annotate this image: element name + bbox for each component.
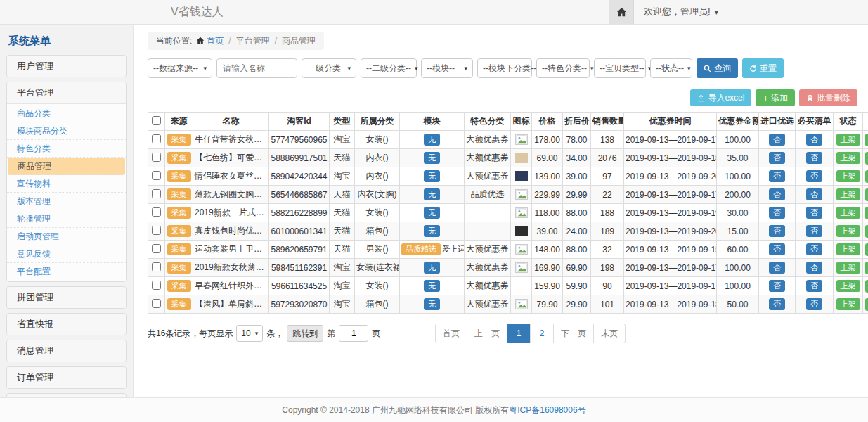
sidebar-item-轮播管理[interactable]: 轮播管理 — [7, 210, 126, 228]
status-badge[interactable]: 上架 — [836, 152, 860, 164]
product-name: 2019新款女秋薄款... — [193, 259, 269, 277]
sidebar-item-版本管理[interactable]: 版本管理 — [7, 193, 126, 210]
reset-button[interactable]: 重置 — [742, 58, 784, 78]
row-checkbox[interactable] — [152, 299, 161, 308]
sidebar-item-特色分类[interactable]: 特色分类 — [7, 140, 126, 158]
filter-select-一级分类[interactable]: 一级分类▾ — [302, 58, 356, 78]
user-menu[interactable]: 欢迎您，管理员! ▾ — [634, 0, 728, 24]
add-button[interactable]: + 添加 — [756, 89, 795, 106]
filter-select-宝贝类型[interactable]: --宝贝类型--▾ — [594, 58, 646, 78]
status-badge[interactable]: 上架 — [836, 134, 860, 146]
status-badge[interactable]: 上架 — [836, 280, 860, 292]
import-select-toggle[interactable]: 否 — [769, 298, 785, 310]
search-button[interactable]: 查询 — [697, 58, 738, 78]
sidebar-group-省直快报[interactable]: 省直快报 — [7, 314, 126, 335]
filter-select-模块[interactable]: --模块--▾ — [421, 58, 473, 78]
sidebar-item-商品分类[interactable]: 商品分类 — [7, 105, 126, 122]
import-select-toggle[interactable]: 否 — [769, 262, 785, 274]
batch-delete-button[interactable]: 批量删除 — [799, 89, 857, 106]
import-select-toggle[interactable]: 否 — [769, 207, 785, 219]
status-badge[interactable]: 上架 — [836, 262, 860, 274]
row-checkbox[interactable] — [152, 189, 161, 198]
must-buy-toggle[interactable]: 否 — [806, 280, 822, 292]
sidebar-item-商品管理[interactable]: 商品管理 — [8, 158, 125, 175]
sidebar-group-用户管理[interactable]: 用户管理 — [7, 56, 126, 77]
sidebar-group-拼团管理[interactable]: 拼团管理 — [7, 287, 126, 308]
edit-button[interactable] — [865, 152, 868, 165]
home-button[interactable] — [609, 0, 634, 24]
edit-button[interactable] — [865, 134, 868, 146]
import-select-toggle[interactable]: 否 — [769, 188, 785, 200]
status-badge[interactable]: 上架 — [836, 243, 860, 255]
edit-button[interactable] — [865, 225, 868, 238]
icp-link[interactable]: 粤ICP备16098006号 — [509, 404, 585, 416]
edit-button[interactable] — [865, 243, 868, 256]
breadcrumb: 当前位置: 首页 / 平台管理 / 商品管理 — [148, 32, 324, 50]
row-checkbox[interactable] — [152, 153, 161, 162]
row-checkbox[interactable] — [152, 171, 161, 180]
edit-button[interactable] — [865, 280, 868, 293]
import-excel-button[interactable]: 导入excel — [690, 89, 751, 106]
edit-button[interactable] — [865, 170, 868, 183]
import-select-toggle[interactable]: 否 — [769, 134, 785, 146]
sidebar-item-意见反馈[interactable]: 意见反馈 — [7, 245, 126, 263]
edit-button[interactable] — [865, 207, 868, 219]
filter-select-模块下分类[interactable]: --模块下分类--▾ — [477, 58, 532, 78]
must-buy-toggle[interactable]: 否 — [806, 298, 822, 310]
filter-select-状态[interactable]: --状态--▾ — [650, 58, 692, 78]
page-button-下一页[interactable]: 下一页 — [553, 324, 594, 343]
must-buy-toggle[interactable]: 否 — [806, 188, 822, 200]
must-buy-toggle[interactable]: 否 — [806, 207, 822, 219]
status-badge[interactable]: 上架 — [836, 188, 860, 200]
edit-button[interactable] — [865, 298, 868, 311]
row-checkbox[interactable] — [152, 226, 161, 235]
select-all-checkbox[interactable] — [152, 116, 161, 125]
breadcrumb-home-link[interactable]: 首页 — [207, 35, 224, 47]
must-buy-toggle[interactable]: 否 — [806, 152, 822, 164]
page-button-2[interactable]: 2 — [530, 324, 554, 343]
page-number-input[interactable] — [339, 325, 368, 342]
sidebar-group-订单管理[interactable]: 订单管理 — [7, 367, 126, 388]
row-checkbox[interactable] — [152, 207, 161, 217]
import-select-toggle[interactable]: 否 — [769, 280, 785, 292]
pagination-bar: 共16条记录，每页显示 10 ▾ 条， 跳转到 第 页 首页上一页12下一页末页 — [148, 324, 857, 343]
filter-name-input[interactable] — [216, 58, 297, 78]
discount-price: 24.00 — [563, 222, 591, 241]
row-checkbox[interactable] — [152, 281, 161, 290]
page-button-末页[interactable]: 末页 — [593, 324, 626, 343]
per-page-select[interactable]: 10 ▾ — [236, 325, 263, 342]
sidebar-item-模块商品分类[interactable]: 模块商品分类 — [7, 122, 126, 140]
row-checkbox[interactable] — [152, 134, 161, 143]
status-badge[interactable]: 上架 — [836, 225, 860, 237]
must-buy-toggle[interactable]: 否 — [806, 262, 822, 274]
pagination-buttons: 首页上一页12下一页末页 — [435, 324, 626, 343]
table-actions: 导入excel + 添加 批量删除 — [148, 89, 857, 106]
import-select-toggle[interactable]: 否 — [769, 225, 785, 237]
filter-select-二级分类[interactable]: --二级分类--▾ — [361, 58, 417, 78]
status-badge[interactable]: 上架 — [836, 298, 860, 310]
sidebar-item-启动页管理[interactable]: 启动页管理 — [7, 228, 126, 245]
jump-button[interactable]: 跳转到 — [287, 325, 323, 342]
must-buy-toggle[interactable]: 否 — [806, 170, 822, 182]
import-select-toggle[interactable]: 否 — [769, 170, 785, 182]
filter-data-source-select[interactable]: --数据来源--▾ — [148, 58, 212, 78]
must-buy-toggle[interactable]: 否 — [806, 243, 822, 255]
page-button-1[interactable]: 1 — [507, 324, 531, 343]
sidebar-group-消息管理[interactable]: 消息管理 — [7, 340, 126, 362]
import-select-toggle[interactable]: 否 — [769, 243, 785, 255]
filter-select-特色分类[interactable]: --特色分类--▾ — [536, 58, 590, 78]
edit-button[interactable] — [865, 188, 868, 201]
edit-button[interactable] — [865, 262, 868, 274]
status-badge[interactable]: 上架 — [836, 207, 860, 219]
row-checkbox[interactable] — [152, 262, 161, 271]
must-buy-toggle[interactable]: 否 — [806, 225, 822, 237]
page-button-首页[interactable]: 首页 — [435, 324, 467, 343]
page-button-上一页[interactable]: 上一页 — [467, 324, 507, 343]
must-buy-toggle[interactable]: 否 — [806, 134, 822, 146]
row-checkbox[interactable] — [152, 244, 161, 253]
import-select-toggle[interactable]: 否 — [769, 152, 785, 164]
sidebar-item-平台配置[interactable]: 平台配置 — [7, 263, 126, 281]
sidebar-group-平台管理[interactable]: 平台管理 — [7, 82, 126, 103]
status-badge[interactable]: 上架 — [836, 170, 860, 182]
sidebar-item-宣传物料[interactable]: 宣传物料 — [7, 175, 126, 193]
